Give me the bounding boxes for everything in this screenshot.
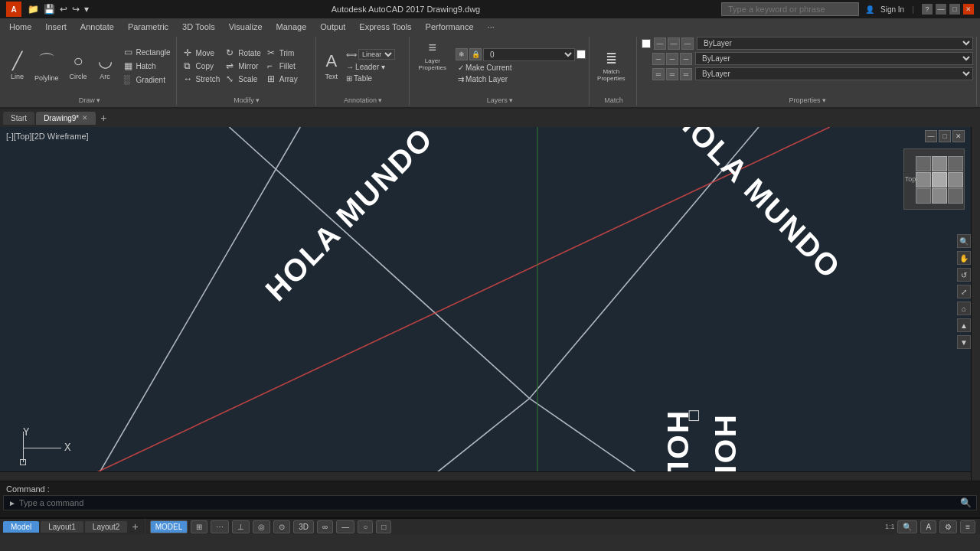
layout-tab-add[interactable]: + [129,520,141,533]
status-osnap[interactable]: ⊙ [273,520,290,533]
stretch-btn[interactable]: ↔Stretch [181,73,223,85]
array-btn[interactable]: ⊞Array [265,73,300,85]
move-btn[interactable]: ✛Move [181,47,223,59]
nav-orbit-btn[interactable]: ↺ [957,268,971,282]
tab-add-button[interactable]: + [97,112,109,124]
lw-icon2[interactable]: ═ [666,68,678,80]
status-selection[interactable]: □ [376,520,391,533]
annotation-label[interactable]: Annotation ▾ [321,95,406,106]
title-search-input[interactable] [721,2,859,16]
menu-performance[interactable]: Performance [420,21,480,33]
close-button[interactable]: ✕ [963,4,974,15]
menu-output[interactable]: Output [314,21,351,33]
status-zoom[interactable]: 🔍 [897,520,917,533]
tab-drawing9-close[interactable]: ✕ [82,114,88,122]
draw-arc-btn[interactable]: ◡ Arc [93,48,117,83]
scale-btn[interactable]: ⤡Scale [224,73,263,85]
command-input[interactable] [19,498,960,507]
status-3dosnap[interactable]: 3D [293,520,314,533]
menu-3dtools[interactable]: 3D Tools [176,21,221,33]
draw-circle-btn[interactable]: ○ Circle [65,48,92,83]
nav-extent-btn[interactable]: ⤢ [957,285,971,298]
nav-cube-cell2[interactable] [948,156,963,171]
qa-more[interactable]: ▾ [83,2,90,16]
draw-label[interactable]: Draw ▾ [6,95,173,106]
command-icon[interactable]: 🔍 [960,497,972,508]
scrollbar-horizontal[interactable] [0,471,971,481]
nav-cube-center[interactable] [932,172,947,187]
prop-icon3[interactable]: — [681,37,694,50]
qa-open[interactable]: 📁 [26,2,41,16]
lt-icon2[interactable]: ─ [666,53,678,65]
status-transparency[interactable]: ○ [358,520,373,533]
linear-dropdown[interactable]: Linear [358,49,395,60]
status-polar[interactable]: ◎ [253,520,270,533]
nav-cube-top[interactable] [932,156,947,171]
nav-scroll-down[interactable]: ▼ [957,335,971,349]
nav-home-btn[interactable]: ⌂ [957,302,971,315]
status-snap[interactable]: ⋯ [211,520,229,533]
layer-select[interactable]: 0 [483,48,575,61]
menu-insert[interactable]: Insert [39,21,73,33]
tab-model[interactable]: Model [3,521,39,533]
linear-btn[interactable]: ⟺ Linear [344,48,397,60]
help-button[interactable]: ? [922,4,933,15]
properties-label[interactable]: Properties ▾ [642,95,973,106]
layer-lock-icon[interactable]: 🔒 [469,48,482,60]
vp-minimize[interactable]: — [925,130,937,142]
navigation-cube[interactable]: Top [903,148,965,210]
menu-expresstools[interactable]: Express Tools [353,21,417,33]
status-annotate[interactable]: A [920,520,936,533]
vp-restore[interactable]: □ [939,130,951,142]
mirror-btn[interactable]: ⇌Mirror [224,60,263,72]
minimize-button[interactable]: — [936,4,946,15]
prop-icon1[interactable]: — [654,37,666,50]
qa-undo[interactable]: ↩ [58,2,69,16]
draw-more-row2[interactable]: ▦ Hatch [122,60,173,72]
status-ui[interactable]: ≡ [960,520,975,533]
layers-label[interactable]: Layers ▾ [414,95,586,106]
lw-icon1[interactable]: ═ [652,68,665,80]
status-grid[interactable]: ⊞ [191,520,207,533]
nav-cube-right[interactable] [948,172,963,187]
match-label[interactable]: Match [594,95,633,106]
nav-pan-btn[interactable]: ✋ [957,251,971,265]
draw-polyline-btn[interactable]: ⌒ Polyline [30,47,64,85]
match-properties-btn[interactable]: ≣ MatchProperties [594,49,628,83]
status-otrack[interactable]: ∞ [317,520,333,533]
layer-properties-btn[interactable]: ≡ LayerProperties [414,37,451,95]
copy-btn[interactable]: ⧉Copy [181,60,223,72]
trim-btn[interactable]: ✂Trim [265,47,300,59]
nav-cube-cell[interactable] [916,156,931,171]
tab-start[interactable]: Start [3,112,34,125]
status-ortho[interactable]: ⊥ [232,520,250,533]
qa-redo[interactable]: ↪ [70,2,81,16]
menu-parametric[interactable]: Parametric [122,21,175,33]
lt-icon1[interactable]: ─ [652,53,665,65]
lw-icon3[interactable]: ═ [680,68,692,80]
scrollbar-vertical[interactable] [971,127,980,481]
leader-btn[interactable]: →Leader ▾ [344,62,397,72]
status-model[interactable]: MODEL [150,520,188,533]
tab-layout2[interactable]: Layout2 [85,521,128,533]
status-workspace[interactable]: ⚙ [939,520,957,533]
tab-layout1[interactable]: Layout1 [41,521,83,533]
menu-home[interactable]: Home [3,21,38,33]
fillet-btn[interactable]: ⌐Fillet [265,60,300,72]
prop-color-dropdown[interactable]: ByLayer [697,37,973,50]
menu-annotate[interactable]: Annotate [74,21,120,33]
rotate-btn[interactable]: ↻Rotate [224,47,263,59]
vp-close[interactable]: ✕ [952,130,965,142]
status-lineweight[interactable]: — [336,520,354,533]
layer-color-box[interactable] [577,50,586,59]
qa-save[interactable]: 💾 [42,2,57,16]
menu-visualize[interactable]: Visualize [223,21,269,33]
table-btn[interactable]: ⊞Table [344,73,397,83]
menu-more[interactable]: ··· [482,21,501,33]
draw-more-row1[interactable]: ▭ Rectangle [122,46,173,58]
sign-in-label[interactable]: Sign In [880,5,904,14]
nav-cube-cell3[interactable] [916,188,931,204]
nav-zoom-btn[interactable]: 🔍 [957,234,971,248]
prop-linetype-dropdown[interactable]: ByLayer [695,52,973,65]
menu-manage[interactable]: Manage [270,21,313,33]
